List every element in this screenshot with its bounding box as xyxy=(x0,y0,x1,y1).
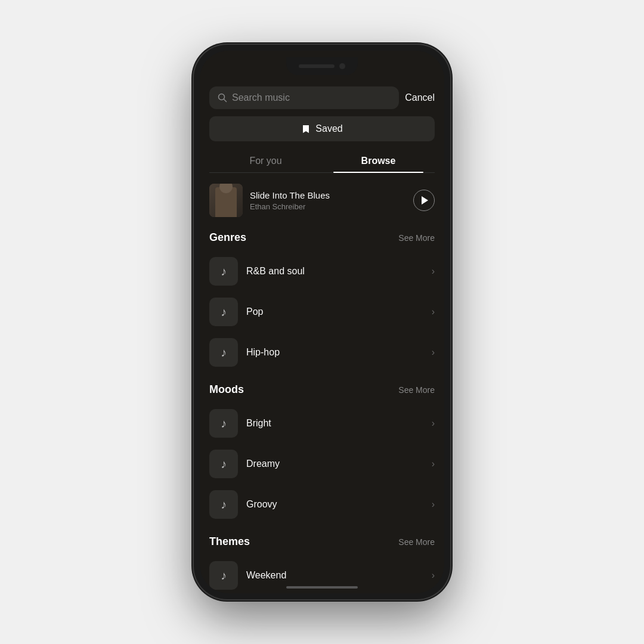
home-indicator xyxy=(286,586,358,589)
main-content: Search music Cancel Saved For you Browse xyxy=(200,82,444,593)
track-info: Slide Into The Blues Ethan Schreiber xyxy=(250,190,406,211)
genres-section: Genres See More ♪ R&B and soul › ♪ Pop › xyxy=(209,231,435,373)
mood-dreamy-label: Dreamy xyxy=(246,459,423,469)
moods-section: Moods See More ♪ Bright › ♪ Dreamy › xyxy=(209,383,435,525)
music-note-icon: ♪ xyxy=(221,305,227,319)
genre-hiphop-label: Hip-hop xyxy=(246,347,423,358)
genre-rnb-icon-bg: ♪ xyxy=(209,257,238,286)
themes-section: Themes See More ♪ Weekend › xyxy=(209,535,435,593)
music-note-icon: ♪ xyxy=(221,265,227,278)
mood-dreamy-item[interactable]: ♪ Dreamy › xyxy=(209,444,435,484)
chevron-right-icon: › xyxy=(432,459,435,469)
cancel-button[interactable]: Cancel xyxy=(405,92,435,103)
mood-groovy-icon-bg: ♪ xyxy=(209,490,238,519)
genre-pop-label: Pop xyxy=(246,306,423,317)
tab-for-you[interactable]: For you xyxy=(209,151,322,172)
mood-groovy-item[interactable]: ♪ Groovy › xyxy=(209,484,435,525)
camera xyxy=(339,63,345,69)
track-artist: Ethan Schreiber xyxy=(250,202,406,211)
music-note-icon: ♪ xyxy=(221,417,227,431)
genre-hiphop-icon-bg: ♪ xyxy=(209,338,238,367)
phone-frame: Search music Cancel Saved For you Browse xyxy=(194,45,450,599)
genre-pop-item[interactable]: ♪ Pop › xyxy=(209,292,435,332)
svg-line-1 xyxy=(224,100,227,102)
bookmark-icon xyxy=(301,124,311,134)
themes-header: Themes See More xyxy=(209,535,435,548)
now-playing-strip[interactable]: Slide Into The Blues Ethan Schreiber xyxy=(209,181,435,219)
theme-weekend-label: Weekend xyxy=(246,570,423,581)
genres-header: Genres See More xyxy=(209,231,435,244)
mood-bright-icon-bg: ♪ xyxy=(209,409,238,438)
themes-see-more[interactable]: See More xyxy=(398,537,435,547)
genre-hiphop-item[interactable]: ♪ Hip-hop › xyxy=(209,332,435,373)
theme-weekend-icon-bg: ♪ xyxy=(209,561,238,590)
genres-see-more[interactable]: See More xyxy=(398,233,435,243)
play-icon xyxy=(422,196,428,205)
mood-dreamy-icon-bg: ♪ xyxy=(209,450,238,478)
themes-title: Themes xyxy=(209,535,250,548)
moods-header: Moods See More xyxy=(209,383,435,396)
album-art xyxy=(209,184,243,217)
search-placeholder: Search music xyxy=(232,92,290,103)
music-note-icon: ♪ xyxy=(221,569,227,583)
genre-rnb-label: R&B and soul xyxy=(246,266,423,277)
track-title: Slide Into The Blues xyxy=(250,190,406,200)
notch xyxy=(286,57,358,75)
mood-bright-label: Bright xyxy=(246,418,423,429)
chevron-right-icon: › xyxy=(432,347,435,358)
music-note-icon: ♪ xyxy=(221,498,227,512)
chevron-right-icon: › xyxy=(432,499,435,510)
moods-see-more[interactable]: See More xyxy=(398,385,435,395)
speaker xyxy=(299,64,335,68)
moods-title: Moods xyxy=(209,383,244,396)
phone-screen: Search music Cancel Saved For you Browse xyxy=(200,51,444,593)
chevron-right-icon: › xyxy=(432,570,435,581)
tab-browse[interactable]: Browse xyxy=(322,151,435,172)
genre-pop-icon-bg: ♪ xyxy=(209,298,238,326)
music-note-icon: ♪ xyxy=(221,346,227,360)
notch-bar xyxy=(200,51,444,82)
chevron-right-icon: › xyxy=(432,266,435,277)
search-row: Search music Cancel xyxy=(209,86,435,109)
mood-bright-item[interactable]: ♪ Bright › xyxy=(209,403,435,444)
search-bar[interactable]: Search music xyxy=(209,86,399,109)
genres-title: Genres xyxy=(209,231,246,244)
saved-button[interactable]: Saved xyxy=(209,116,435,141)
mood-groovy-label: Groovy xyxy=(246,499,423,510)
search-icon xyxy=(218,93,227,103)
music-note-icon: ♪ xyxy=(221,457,227,471)
chevron-right-icon: › xyxy=(432,306,435,317)
genre-rnb-item[interactable]: ♪ R&B and soul › xyxy=(209,251,435,292)
saved-label: Saved xyxy=(315,123,342,134)
tabs: For you Browse xyxy=(209,151,435,173)
chevron-right-icon: › xyxy=(432,418,435,429)
play-button[interactable] xyxy=(413,190,435,211)
